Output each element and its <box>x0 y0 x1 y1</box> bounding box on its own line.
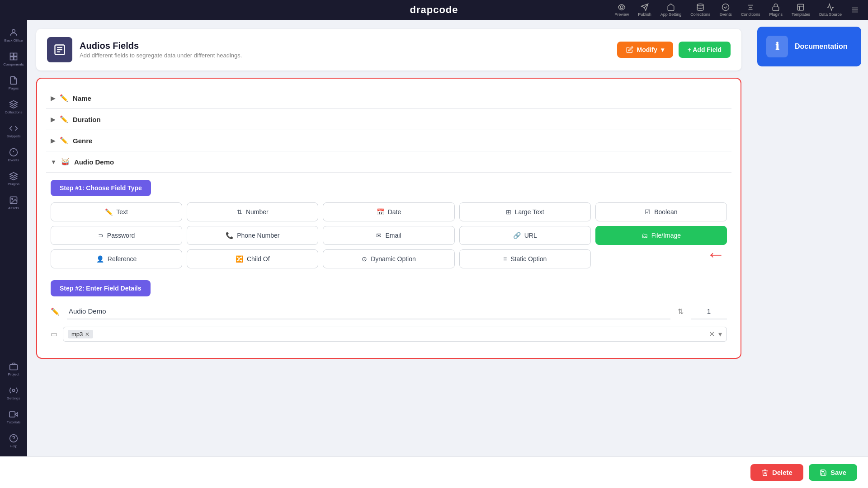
accordion-label-duration: Duration <box>73 116 101 123</box>
chevron-down-icon: ▼ <box>51 159 57 165</box>
tag-remove-button[interactable]: ✕ <box>85 331 90 338</box>
sidebar-item-plugins[interactable]: Plugins <box>1 168 26 190</box>
sidebar-item-assets[interactable]: Assets <box>1 192 26 214</box>
field-type-email[interactable]: ✉ Email <box>323 226 454 245</box>
field-type-text[interactable]: ✏️ Text <box>51 202 182 221</box>
dropdown-icon[interactable]: ▾ <box>718 330 722 338</box>
chevron-right-icon: ▶ <box>51 95 55 102</box>
field-type-password[interactable]: ⊃ Password <box>51 226 182 245</box>
accordion-item-duration[interactable]: ▶ ✏️ Duration <box>46 109 731 130</box>
text-field-icon: ✏️ <box>105 208 113 216</box>
sidebar-item-label: Back Office <box>5 38 23 42</box>
accordion-item-name[interactable]: ▶ ✏️ Name <box>46 88 731 109</box>
svg-marker-27 <box>15 413 18 416</box>
accordion-item-genre[interactable]: ▶ ✏️ Genre <box>46 130 731 151</box>
info-icon: ℹ <box>766 36 788 57</box>
boolean-field-icon: ☑ <box>645 208 651 216</box>
email-field-icon: ✉ <box>376 232 382 239</box>
copy-icon[interactable]: ▭ <box>51 330 57 338</box>
field-type-static-option[interactable]: ≡ Static Option <box>459 249 591 268</box>
nav-menu[interactable] <box>851 6 859 14</box>
svg-rect-19 <box>14 57 17 60</box>
number-field-icon: ⇅ <box>237 208 242 216</box>
svg-rect-8 <box>773 7 779 10</box>
documentation-label: Documentation <box>795 42 847 51</box>
right-panel: ℹ Documentation <box>750 20 868 456</box>
sidebar-item-help[interactable]: Help <box>1 430 26 452</box>
page-header: Audios Fields Add different fields to se… <box>36 29 741 70</box>
sidebar-item-components[interactable]: Components <box>1 48 26 70</box>
clear-tags-icon[interactable]: ✕ <box>709 330 715 338</box>
page-title: Audios Fields <box>80 41 242 51</box>
sidebar-item-collections[interactable]: Collections <box>1 96 26 118</box>
field-type-reference[interactable]: 👤 Reference <box>51 249 182 268</box>
field-type-grid: ✏️ Text ⇅ Number 📅 Date ⊞ Large Text <box>51 202 727 268</box>
nav-app-setting[interactable]: App Setting <box>660 3 682 17</box>
step2-label: Step #2: Enter Field Details <box>51 280 151 296</box>
field-type-file-image[interactable]: 🗂 File/Image <box>595 226 727 245</box>
date-field-icon: 📅 <box>377 208 384 216</box>
nav-plugins[interactable]: Plugins <box>769 3 783 17</box>
nav-conditions[interactable]: Conditions <box>741 3 760 17</box>
delete-button[interactable]: Delete <box>750 464 803 481</box>
svg-rect-9 <box>798 4 804 10</box>
sidebar-item-settings[interactable]: Settings <box>1 382 26 404</box>
large-text-field-icon: ⊞ <box>506 208 511 216</box>
nav-templates[interactable]: Templates <box>792 3 810 17</box>
dynamic-option-field-icon: ⊙ <box>362 255 367 263</box>
svg-point-15 <box>12 29 15 33</box>
sidebar-item-back-office[interactable]: Back Office <box>1 24 26 46</box>
sidebar-item-tutorials[interactable]: Tutorials <box>1 406 26 428</box>
field-type-number[interactable]: ⇅ Number <box>187 202 318 221</box>
password-field-icon: ⊃ <box>98 232 104 239</box>
sidebar-item-snippets[interactable]: Snippets <box>1 120 26 142</box>
field-order-input[interactable] <box>691 304 727 319</box>
edit-icon: ✏️ <box>51 307 60 316</box>
pencil-icon: ✏️ <box>60 136 68 145</box>
field-type-large-text[interactable]: ⊞ Large Text <box>459 202 591 221</box>
step1-label: Step #1: Choose Field Type <box>51 180 151 196</box>
modify-button[interactable]: Modify ▾ <box>617 42 673 58</box>
svg-point-24 <box>12 198 13 200</box>
field-type-date[interactable]: 📅 Date <box>323 202 454 221</box>
field-type-dynamic-option[interactable]: ⊙ Dynamic Option <box>323 249 454 268</box>
svg-point-3 <box>698 4 704 6</box>
svg-rect-17 <box>14 53 17 56</box>
accordion-label-genre: Genre <box>73 137 92 145</box>
accordion-label-name: Name <box>73 94 91 102</box>
field-details-row: ✏️ ⇅ <box>51 304 727 319</box>
nav-collections[interactable]: Collections <box>690 3 710 17</box>
page-title-group: Audios Fields Add different fields to se… <box>80 41 242 59</box>
field-type-phone-number[interactable]: 📞 Phone Number <box>187 226 318 245</box>
field-type-url[interactable]: 🔗 URL <box>459 226 591 245</box>
accordion-item-audio-demo[interactable]: ▼ 🥁 Audio Demo <box>46 151 731 173</box>
save-button[interactable]: Save <box>809 464 857 481</box>
main-layout: Back Office Components Pages Collections… <box>0 20 868 456</box>
sidebar-item-pages[interactable]: Pages <box>1 72 26 94</box>
drum-icon: 🥁 <box>61 158 70 166</box>
nav-data-source[interactable]: Data Source <box>819 3 842 17</box>
svg-point-4 <box>722 4 729 11</box>
nav-events[interactable]: Events <box>719 3 732 17</box>
nav-preview[interactable]: Preview <box>614 3 629 17</box>
svg-point-26 <box>13 389 15 392</box>
sidebar-item-project[interactable]: Project <box>1 358 26 380</box>
bottom-bar: Delete Save <box>0 456 868 488</box>
file-type-tag: mp3 ✕ <box>68 330 93 338</box>
url-field-icon: 🔗 <box>513 232 521 239</box>
sidebar-item-events[interactable]: Events <box>1 144 26 166</box>
nav-publish[interactable]: Publish <box>638 3 651 17</box>
tag-controls: ✕ ▾ <box>709 330 722 338</box>
svg-point-0 <box>620 6 623 9</box>
field-type-child-of[interactable]: 🔀 Child Of <box>187 249 318 268</box>
documentation-card[interactable]: ℹ Documentation <box>757 27 861 66</box>
tag-box: mp3 ✕ ✕ ▾ <box>63 327 727 342</box>
svg-rect-25 <box>10 365 18 370</box>
pencil-icon: ✏️ <box>60 94 68 102</box>
field-type-boolean[interactable]: ☑ Boolean <box>595 202 727 221</box>
field-name-input[interactable] <box>67 304 670 319</box>
accordion-label-audio-demo: Audio Demo <box>74 158 114 166</box>
add-field-button[interactable]: + Add Field <box>679 42 731 58</box>
content-area: Audios Fields Add different fields to se… <box>27 20 750 456</box>
file-type-row: ▭ mp3 ✕ ✕ ▾ <box>51 327 727 342</box>
